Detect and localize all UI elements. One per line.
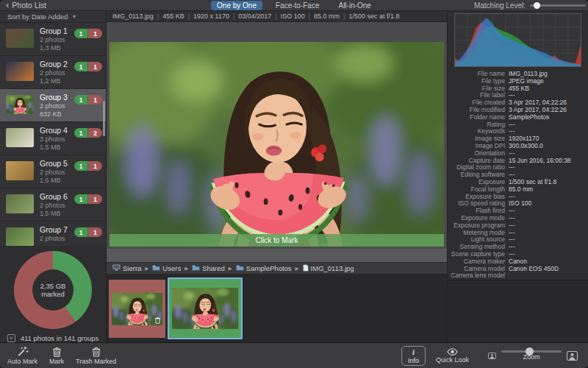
- zoom-slider-knob[interactable]: [526, 347, 534, 355]
- metadata-row: File nameIMG_0113.jpg: [448, 71, 588, 78]
- group-text: Group 72 photos: [40, 225, 74, 243]
- metadata-value: ---: [509, 92, 588, 99]
- metadata-row: File label---: [448, 92, 588, 99]
- eye-icon: [447, 347, 458, 356]
- group-size: 832 KB: [40, 110, 74, 118]
- group-row-group-7[interactable]: Group 72 photos11: [0, 222, 106, 246]
- sort-dropdown-label: Sort by Date Added: [7, 13, 68, 21]
- breadcrumb-item-sierra[interactable]: Sierra: [112, 264, 141, 272]
- info-button[interactable]: i Info: [401, 346, 426, 366]
- svg-text:i: i: [412, 347, 415, 355]
- photo-stage: Click to Mark: [107, 22, 447, 249]
- auto-mark-button[interactable]: Auto Mark: [7, 346, 37, 365]
- collapse-checkbox-icon[interactable]: ˅: [7, 334, 15, 342]
- metadata-row: Folder nameSamplePhotos: [448, 114, 588, 121]
- group-name: Group 2: [40, 60, 74, 69]
- group-name: Group 7: [40, 225, 74, 235]
- group-row-group-1[interactable]: Group 12 photos1,3 MB11: [0, 23, 106, 56]
- thumbnail-tile-trash[interactable]: [109, 280, 165, 338]
- info-segment: 03/04/2017: [238, 13, 271, 20]
- marked-donut-chart: 2,35 GB marked: [14, 251, 92, 329]
- group-row-group-2[interactable]: Group 22 photos1,2 MB11: [0, 56, 106, 89]
- group-text: Group 52 photos1,6 MB: [40, 159, 74, 184]
- breadcrumb-separator-icon: ▶: [145, 266, 148, 272]
- breadcrumb-item-img-0113-jpg[interactable]: IMG_0113.jpg: [303, 264, 354, 273]
- sort-dropdown[interactable]: Sort by Date Added ▼: [0, 11, 106, 23]
- bottom-toolbar: Auto MarkMarkTrash Marked i Info Quick L…: [0, 342, 588, 368]
- sidebar-scrollbar[interactable]: [103, 101, 105, 136]
- metadata-row: File created3 Apr 2017, 04:22:26: [448, 99, 588, 107]
- histogram-chart: [454, 13, 581, 67]
- group-badges: 11: [74, 95, 102, 105]
- zoom-slider[interactable]: [501, 350, 562, 353]
- group-name: Group 5: [40, 159, 74, 169]
- matching-level: Matching Level:: [474, 1, 586, 10]
- click-to-mark-button[interactable]: Click to Mark: [110, 234, 444, 247]
- group-size: 1,5 MB: [40, 144, 74, 152]
- group-row-group-5[interactable]: Group 52 photos1,6 MB11: [0, 155, 106, 188]
- trash-count-badge: 1: [88, 194, 102, 204]
- trash-count-badge: 1: [88, 29, 102, 38]
- group-name: Group 4: [40, 126, 74, 135]
- group-row-group-6[interactable]: Group 62 photos1,5 MB11: [0, 188, 106, 222]
- keep-count-badge: 1: [74, 161, 88, 171]
- metadata-row: File size455 KB: [448, 85, 588, 93]
- metadata-value: 3 Apr 2017, 04:22:26: [509, 107, 588, 114]
- metadata-bottom-area: [448, 280, 588, 342]
- thumbnail-tile-keep[interactable]: [168, 277, 243, 339]
- donut-center-label: 2,35 GB marked: [32, 269, 74, 311]
- matching-level-knob[interactable]: [534, 2, 540, 9]
- folder-icon: [192, 264, 200, 272]
- view-mode-face-to-face[interactable]: Face-to-Face: [270, 1, 325, 10]
- metadata-value: 1/500 sec at f/1.8: [509, 179, 588, 186]
- metadata-value: 15 Jun 2016, 16:00:38: [509, 158, 588, 165]
- group-thumbnail: [6, 62, 34, 81]
- zoom-small-image-icon: [488, 353, 496, 359]
- info-segment: 455 KB: [162, 13, 184, 20]
- matching-level-slider[interactable]: [530, 4, 586, 7]
- metadata-row: Camera lens model: [448, 272, 588, 280]
- group-size: 1,3 MB: [40, 44, 74, 52]
- toolbar-label: Mark: [49, 358, 64, 365]
- metadata-row: Rating---: [448, 121, 588, 129]
- marked-summary: 2,35 GB marked ˅ 411 photos in 141 group…: [0, 246, 106, 342]
- view-mode-switcher: One by OneFace-to-FaceAll-in-One: [211, 1, 377, 10]
- metadata-value: ---: [509, 194, 588, 201]
- group-text: Group 62 photos1,5 MB: [40, 192, 74, 217]
- folder-icon: [152, 264, 160, 272]
- histogram-svg: [455, 14, 581, 66]
- metadata-value: [509, 272, 588, 280]
- main-photo[interactable]: Click to Mark: [110, 42, 444, 247]
- metadata-row: File typeJPEG image: [448, 78, 588, 85]
- metadata-row: Image DPI300.0x300.0: [448, 143, 588, 150]
- info-separator: |: [233, 13, 234, 20]
- metadata-value: ---: [509, 215, 588, 222]
- info-segment: ISO 100: [281, 13, 305, 20]
- group-text: Group 12 photos1,3 MB: [40, 26, 74, 52]
- breadcrumb-item-users[interactable]: Users: [152, 264, 181, 272]
- summary-footer-text: 411 photos in 141 groups: [21, 334, 99, 342]
- keep-count-badge: 1: [74, 227, 88, 237]
- matching-level-label: Matching Level:: [474, 1, 526, 10]
- group-thumbnail: [6, 95, 34, 114]
- info-separator: |: [275, 13, 276, 20]
- metadata-value: ---: [509, 121, 588, 129]
- view-mode-all-in-one[interactable]: All-in-One: [332, 1, 376, 10]
- preview-pane: IMG_0113.jpg|455 KB|1920 x 1170|03/04/20…: [107, 11, 447, 342]
- metadata-row: ISO speed ratingISO 100: [448, 200, 588, 208]
- thumbnail-strip: [107, 274, 447, 342]
- group-list: Group 12 photos1,3 MB11Group 22 photos1,…: [0, 23, 106, 246]
- quick-look-button[interactable]: Quick Look: [436, 347, 469, 364]
- breadcrumb-item-shared[interactable]: Shared: [192, 264, 225, 272]
- trash-count-badge: 1: [88, 161, 102, 171]
- breadcrumb: Sierra▶Users▶Shared▶SamplePhotos▶IMG_011…: [107, 262, 447, 274]
- wand-icon: [17, 346, 29, 357]
- mark-button[interactable]: Mark: [49, 346, 64, 365]
- toolbar-label: Trash Marked: [76, 358, 116, 365]
- group-row-group-4[interactable]: Group 43 photos1,5 MB12: [0, 122, 106, 155]
- breadcrumb-item-samplephotos[interactable]: SamplePhotos: [236, 264, 292, 272]
- group-row-group-3[interactable]: Group 32 photos832 KB11: [0, 89, 106, 122]
- back-button[interactable]: ‹ Photo List: [6, 1, 46, 10]
- view-mode-one-by-one[interactable]: One by One: [211, 1, 262, 10]
- trash-marked-button[interactable]: Trash Marked: [76, 346, 116, 365]
